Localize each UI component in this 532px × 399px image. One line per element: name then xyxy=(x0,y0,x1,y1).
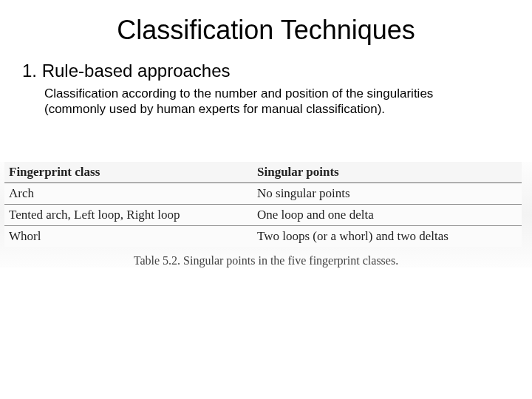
table-caption: Table 5.2. Singular points in the five f… xyxy=(0,247,532,267)
slide: Classification Techniques 1. Rule-based … xyxy=(0,0,532,399)
page-title: Classification Techniques xyxy=(0,0,532,61)
table-row: Arch No singular points xyxy=(4,183,522,204)
table-header-row: Fingerprint class Singular points xyxy=(4,162,522,183)
table-header-points: Singular points xyxy=(253,162,522,183)
table-header-class: Fingerprint class xyxy=(4,162,253,183)
section-heading: 1. Rule-based approaches xyxy=(0,61,532,86)
table-cell: Arch xyxy=(4,183,253,204)
table-cell: Two loops (or a whorl) and two deltas xyxy=(253,225,522,247)
table-cell: Whorl xyxy=(4,225,253,247)
table-row: Tented arch, Left loop, Right loop One l… xyxy=(4,204,522,225)
fingerprint-table: Fingerprint class Singular points Arch N… xyxy=(4,162,522,247)
table-cell: Tented arch, Left loop, Right loop xyxy=(4,204,253,225)
table-container: Fingerprint class Singular points Arch N… xyxy=(0,162,532,267)
table-row: Whorl Two loops (or a whorl) and two del… xyxy=(4,225,522,247)
table-cell: One loop and one delta xyxy=(253,204,522,225)
table-cell: No singular points xyxy=(253,183,522,204)
body-paragraph: Classification according to the number a… xyxy=(0,86,532,117)
